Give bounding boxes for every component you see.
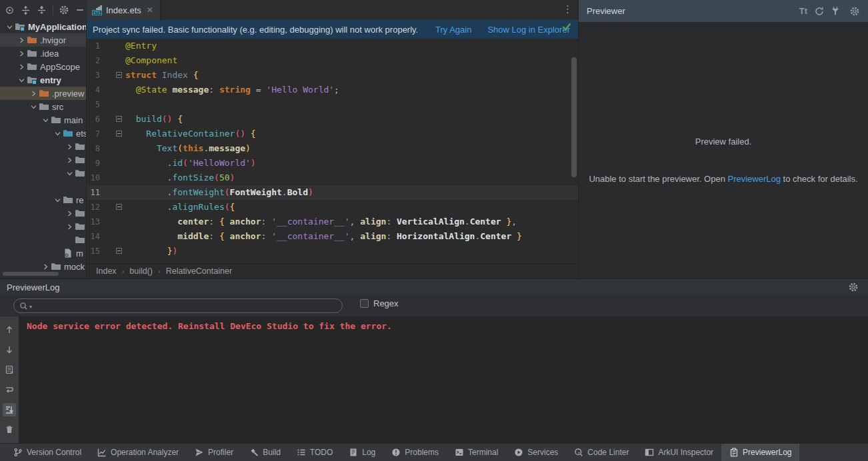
toolwindow-button-previewerlog[interactable]: PreviewerLog <box>721 444 799 461</box>
inspection-ok-icon[interactable] <box>562 23 571 31</box>
chevron-down-icon[interactable] <box>16 75 27 85</box>
chevron-right-icon[interactable] <box>64 221 75 232</box>
tree-item-hvigor[interactable]: .hvigor <box>0 33 86 47</box>
tree-item-mock[interactable]: mock <box>0 260 86 273</box>
chevron-right-icon[interactable] <box>64 208 75 219</box>
chevron-down-icon[interactable] <box>64 168 75 179</box>
tree-item-src[interactable]: src <box>0 100 86 113</box>
code-line-13[interactable]: 13 center: { anchor: '__container__', al… <box>87 215 578 229</box>
code-line-10[interactable]: 10 .fontSize(50) <box>87 171 578 185</box>
code-line-3[interactable]: 3struct Index { <box>87 68 578 83</box>
tree-item-main[interactable]: main <box>0 113 86 127</box>
toolwindow-button-services[interactable]: Services <box>506 444 566 461</box>
log-output-area[interactable]: Node service error detected. Reinstall D… <box>0 316 868 444</box>
toolwindow-button-problems[interactable]: Problems <box>383 444 447 461</box>
toolwindow-button-todo[interactable]: TODO <box>289 444 341 461</box>
code-line-4[interactable]: 4 @State message: string = 'Hello World'… <box>87 83 578 97</box>
toolwindow-button-profiler[interactable]: Profiler <box>187 444 241 461</box>
chevron-right-icon[interactable] <box>16 35 27 45</box>
tree-item[interactable] <box>0 140 86 153</box>
regex-checkbox[interactable] <box>360 299 369 308</box>
toolwindow-button-log[interactable]: Log <box>341 444 383 461</box>
code-line-15[interactable]: 15 }) <box>87 244 578 258</box>
fold-marker-icon[interactable] <box>116 131 122 137</box>
toolwindow-button-code-linter[interactable]: Code Linter <box>566 444 637 461</box>
show-log-link[interactable]: Show Log in Explorer <box>487 25 570 35</box>
chevron-down-icon[interactable] <box>40 115 51 125</box>
toolwindow-button-arkui-inspector[interactable]: ArkUI Inspector <box>637 444 721 461</box>
chevron-right-icon[interactable] <box>28 88 39 99</box>
chevron-down-icon[interactable] <box>28 101 39 112</box>
tree-item[interactable] <box>0 220 86 233</box>
editor-options-icon[interactable]: ⋮ <box>563 3 573 15</box>
code-line-11[interactable]: 11 .fontWeight(FontWeight.Bold) <box>87 185 578 200</box>
tree-item[interactable] <box>0 167 86 180</box>
breadcrumb-item[interactable]: RelativeContainer <box>166 266 232 276</box>
expand-all-icon[interactable] <box>19 3 32 17</box>
locate-icon[interactable] <box>3 3 16 17</box>
chevron-down-icon[interactable] <box>52 195 63 205</box>
chevron-right-icon[interactable] <box>64 141 75 152</box>
code-line-9[interactable]: 9 .id('HelloWorld') <box>87 156 578 171</box>
collapse-all-icon[interactable] <box>35 3 48 17</box>
toolwindow-button-operation-analyzer[interactable]: Operation Analyzer <box>89 444 187 461</box>
log-search-box[interactable]: ▾ <box>13 298 343 313</box>
chevron-right-icon[interactable] <box>16 48 27 59</box>
tree-item-m[interactable]: m <box>0 246 86 260</box>
editor-pane[interactable]: Project sync failed. Basic functionality… <box>87 20 578 278</box>
chevron-down-icon[interactable] <box>52 128 63 139</box>
code-line-1[interactable]: 1@Entry <box>87 39 578 53</box>
code-line-2[interactable]: 2@Component <box>87 53 578 68</box>
tree-item[interactable] <box>0 180 86 193</box>
gear-icon[interactable] <box>57 3 71 17</box>
code-line-8[interactable]: 8 Text(this.message) <box>87 141 578 156</box>
soft-wrap-icon[interactable] <box>3 363 16 376</box>
tab-index-ets[interactable]: ETS Index.ets ✕ <box>87 0 161 20</box>
code-line-5[interactable]: 5 <box>87 97 578 112</box>
font-size-icon[interactable]: Tt <box>795 3 811 19</box>
try-again-link[interactable]: Try Again <box>435 25 471 35</box>
fold-marker-icon[interactable] <box>116 248 122 254</box>
chevron-right-icon[interactable] <box>40 261 51 272</box>
fold-marker-icon[interactable] <box>116 72 122 78</box>
tree-item-ets[interactable]: ets <box>0 127 86 140</box>
toolwindow-button-terminal[interactable]: Terminal <box>447 444 506 461</box>
code-line-7[interactable]: 7 RelativeContainer() { <box>87 127 578 141</box>
breadcrumb-item[interactable]: Index <box>96 266 117 276</box>
tree-item[interactable] <box>0 153 86 167</box>
code-line-6[interactable]: 6 build() { <box>87 112 578 127</box>
trash-icon[interactable] <box>3 423 16 436</box>
wrap-lines-icon[interactable] <box>3 383 16 396</box>
hide-panel-icon[interactable] <box>73 3 87 17</box>
tree-item-myapplication[interactable]: MyApplication <box>0 20 86 33</box>
close-icon[interactable]: ✕ <box>147 5 153 15</box>
tree-item-re[interactable]: re <box>0 193 86 207</box>
arrow-down-icon[interactable] <box>3 343 16 356</box>
gear-icon[interactable] <box>845 279 861 295</box>
chevron-down-icon[interactable] <box>4 21 15 32</box>
code-area[interactable]: 1@Entry2@Component3struct Index {4 @Stat… <box>87 39 578 263</box>
tree-item-entry[interactable]: entry <box>0 73 86 87</box>
previewerlog-link[interactable]: PreviewerLog <box>728 174 781 184</box>
plug-icon[interactable] <box>827 3 843 19</box>
chevron-right-icon[interactable] <box>16 61 27 72</box>
tree-item[interactable] <box>0 207 86 220</box>
chevron-right-icon[interactable] <box>64 155 75 165</box>
refresh-icon[interactable] <box>811 3 827 19</box>
search-options-caret-icon[interactable]: ▾ <box>29 304 32 310</box>
tree-item-preview[interactable]: .preview <box>0 87 86 100</box>
search-input[interactable] <box>33 301 320 311</box>
gear-icon[interactable] <box>847 3 863 19</box>
toolwindow-button-build[interactable]: Build <box>241 444 289 461</box>
fold-marker-icon[interactable] <box>116 204 122 210</box>
code-line-12[interactable]: 12 .alignRules({ <box>87 200 578 215</box>
tree-item-appscope[interactable]: AppScope <box>0 60 86 73</box>
arrow-up-icon[interactable] <box>3 323 16 336</box>
editor-scrollbar[interactable] <box>571 57 577 177</box>
toolwindow-button-version-control[interactable]: Version Control <box>5 444 89 461</box>
project-horizontal-scrollbar[interactable] <box>3 272 59 276</box>
code-line-14[interactable]: 14 middle: { anchor: '__container__', al… <box>87 229 578 244</box>
tree-item[interactable] <box>0 233 86 246</box>
breadcrumb-item[interactable]: build() <box>129 266 153 276</box>
fold-marker-icon[interactable] <box>116 116 122 122</box>
